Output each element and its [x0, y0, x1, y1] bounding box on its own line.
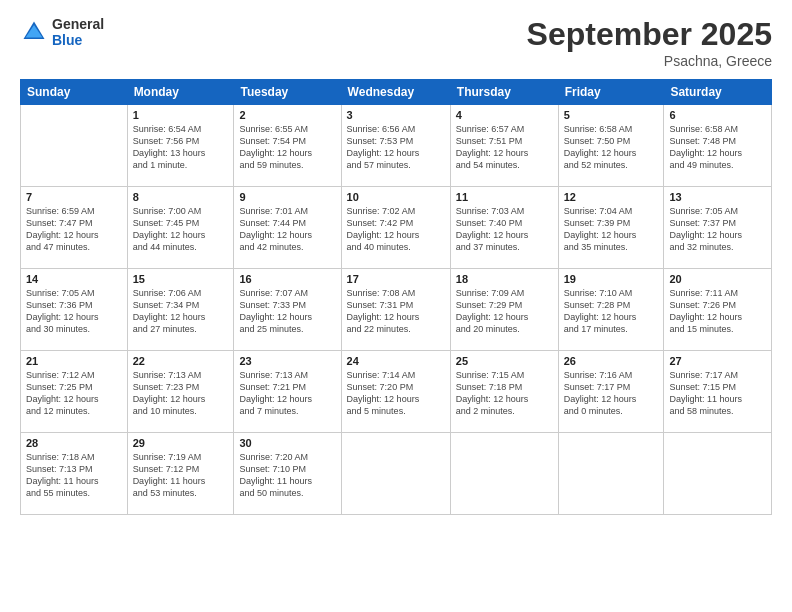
calendar-cell: 27Sunrise: 7:17 AM Sunset: 7:15 PM Dayli… — [664, 351, 772, 433]
cell-info: Sunrise: 7:20 AM Sunset: 7:10 PM Dayligh… — [239, 451, 335, 500]
calendar-cell — [664, 433, 772, 515]
day-number: 13 — [669, 191, 766, 203]
calendar-cell — [558, 433, 664, 515]
calendar-cell: 24Sunrise: 7:14 AM Sunset: 7:20 PM Dayli… — [341, 351, 450, 433]
cell-info: Sunrise: 7:15 AM Sunset: 7:18 PM Dayligh… — [456, 369, 553, 418]
cell-info: Sunrise: 7:00 AM Sunset: 7:45 PM Dayligh… — [133, 205, 229, 254]
calendar-cell: 4Sunrise: 6:57 AM Sunset: 7:51 PM Daylig… — [450, 105, 558, 187]
cell-info: Sunrise: 7:19 AM Sunset: 7:12 PM Dayligh… — [133, 451, 229, 500]
day-number: 10 — [347, 191, 445, 203]
weekday-header-thursday: Thursday — [450, 80, 558, 105]
calendar-cell: 15Sunrise: 7:06 AM Sunset: 7:34 PM Dayli… — [127, 269, 234, 351]
cell-info: Sunrise: 6:59 AM Sunset: 7:47 PM Dayligh… — [26, 205, 122, 254]
day-number: 8 — [133, 191, 229, 203]
cell-info: Sunrise: 6:57 AM Sunset: 7:51 PM Dayligh… — [456, 123, 553, 172]
day-number: 26 — [564, 355, 659, 367]
day-number: 28 — [26, 437, 122, 449]
calendar-cell: 19Sunrise: 7:10 AM Sunset: 7:28 PM Dayli… — [558, 269, 664, 351]
day-number: 30 — [239, 437, 335, 449]
day-number: 9 — [239, 191, 335, 203]
cell-info: Sunrise: 7:11 AM Sunset: 7:26 PM Dayligh… — [669, 287, 766, 336]
day-number: 27 — [669, 355, 766, 367]
calendar-cell: 1Sunrise: 6:54 AM Sunset: 7:56 PM Daylig… — [127, 105, 234, 187]
cell-info: Sunrise: 7:12 AM Sunset: 7:25 PM Dayligh… — [26, 369, 122, 418]
logo-icon — [20, 18, 48, 46]
cell-info: Sunrise: 7:02 AM Sunset: 7:42 PM Dayligh… — [347, 205, 445, 254]
calendar-cell: 11Sunrise: 7:03 AM Sunset: 7:40 PM Dayli… — [450, 187, 558, 269]
calendar-cell: 28Sunrise: 7:18 AM Sunset: 7:13 PM Dayli… — [21, 433, 128, 515]
day-number: 4 — [456, 109, 553, 121]
cell-info: Sunrise: 6:55 AM Sunset: 7:54 PM Dayligh… — [239, 123, 335, 172]
calendar-cell: 16Sunrise: 7:07 AM Sunset: 7:33 PM Dayli… — [234, 269, 341, 351]
cell-info: Sunrise: 6:58 AM Sunset: 7:48 PM Dayligh… — [669, 123, 766, 172]
calendar-cell: 14Sunrise: 7:05 AM Sunset: 7:36 PM Dayli… — [21, 269, 128, 351]
cell-info: Sunrise: 7:05 AM Sunset: 7:37 PM Dayligh… — [669, 205, 766, 254]
week-row-1: 7Sunrise: 6:59 AM Sunset: 7:47 PM Daylig… — [21, 187, 772, 269]
calendar-table: SundayMondayTuesdayWednesdayThursdayFrid… — [20, 79, 772, 515]
day-number: 1 — [133, 109, 229, 121]
logo-text: General Blue — [52, 16, 104, 48]
cell-info: Sunrise: 7:07 AM Sunset: 7:33 PM Dayligh… — [239, 287, 335, 336]
cell-info: Sunrise: 7:09 AM Sunset: 7:29 PM Dayligh… — [456, 287, 553, 336]
day-number: 24 — [347, 355, 445, 367]
day-number: 18 — [456, 273, 553, 285]
day-number: 21 — [26, 355, 122, 367]
cell-info: Sunrise: 7:14 AM Sunset: 7:20 PM Dayligh… — [347, 369, 445, 418]
cell-info: Sunrise: 6:54 AM Sunset: 7:56 PM Dayligh… — [133, 123, 229, 172]
calendar-cell: 23Sunrise: 7:13 AM Sunset: 7:21 PM Dayli… — [234, 351, 341, 433]
location: Psachna, Greece — [527, 53, 772, 69]
calendar-cell: 17Sunrise: 7:08 AM Sunset: 7:31 PM Dayli… — [341, 269, 450, 351]
day-number: 22 — [133, 355, 229, 367]
day-number: 5 — [564, 109, 659, 121]
cell-info: Sunrise: 7:06 AM Sunset: 7:34 PM Dayligh… — [133, 287, 229, 336]
cell-info: Sunrise: 7:16 AM Sunset: 7:17 PM Dayligh… — [564, 369, 659, 418]
day-number: 6 — [669, 109, 766, 121]
calendar-cell: 20Sunrise: 7:11 AM Sunset: 7:26 PM Dayli… — [664, 269, 772, 351]
calendar-cell: 2Sunrise: 6:55 AM Sunset: 7:54 PM Daylig… — [234, 105, 341, 187]
cell-info: Sunrise: 7:13 AM Sunset: 7:21 PM Dayligh… — [239, 369, 335, 418]
day-number: 14 — [26, 273, 122, 285]
cell-info: Sunrise: 6:58 AM Sunset: 7:50 PM Dayligh… — [564, 123, 659, 172]
cell-info: Sunrise: 6:56 AM Sunset: 7:53 PM Dayligh… — [347, 123, 445, 172]
month-title: September 2025 — [527, 16, 772, 53]
day-number: 25 — [456, 355, 553, 367]
day-number: 17 — [347, 273, 445, 285]
cell-info: Sunrise: 7:18 AM Sunset: 7:13 PM Dayligh… — [26, 451, 122, 500]
weekday-header-row: SundayMondayTuesdayWednesdayThursdayFrid… — [21, 80, 772, 105]
logo: General Blue — [20, 16, 104, 48]
day-number: 2 — [239, 109, 335, 121]
cell-info: Sunrise: 7:01 AM Sunset: 7:44 PM Dayligh… — [239, 205, 335, 254]
calendar-cell: 10Sunrise: 7:02 AM Sunset: 7:42 PM Dayli… — [341, 187, 450, 269]
cell-info: Sunrise: 7:04 AM Sunset: 7:39 PM Dayligh… — [564, 205, 659, 254]
day-number: 12 — [564, 191, 659, 203]
cell-info: Sunrise: 7:05 AM Sunset: 7:36 PM Dayligh… — [26, 287, 122, 336]
cell-info: Sunrise: 7:03 AM Sunset: 7:40 PM Dayligh… — [456, 205, 553, 254]
day-number: 3 — [347, 109, 445, 121]
calendar-cell: 9Sunrise: 7:01 AM Sunset: 7:44 PM Daylig… — [234, 187, 341, 269]
calendar-cell: 7Sunrise: 6:59 AM Sunset: 7:47 PM Daylig… — [21, 187, 128, 269]
week-row-2: 14Sunrise: 7:05 AM Sunset: 7:36 PM Dayli… — [21, 269, 772, 351]
weekday-header-wednesday: Wednesday — [341, 80, 450, 105]
week-row-0: 1Sunrise: 6:54 AM Sunset: 7:56 PM Daylig… — [21, 105, 772, 187]
calendar-cell: 6Sunrise: 6:58 AM Sunset: 7:48 PM Daylig… — [664, 105, 772, 187]
weekday-header-monday: Monday — [127, 80, 234, 105]
day-number: 16 — [239, 273, 335, 285]
calendar-cell: 18Sunrise: 7:09 AM Sunset: 7:29 PM Dayli… — [450, 269, 558, 351]
calendar-cell: 22Sunrise: 7:13 AM Sunset: 7:23 PM Dayli… — [127, 351, 234, 433]
weekday-header-tuesday: Tuesday — [234, 80, 341, 105]
cell-info: Sunrise: 7:17 AM Sunset: 7:15 PM Dayligh… — [669, 369, 766, 418]
calendar-cell: 21Sunrise: 7:12 AM Sunset: 7:25 PM Dayli… — [21, 351, 128, 433]
calendar-cell: 26Sunrise: 7:16 AM Sunset: 7:17 PM Dayli… — [558, 351, 664, 433]
day-number: 7 — [26, 191, 122, 203]
cell-info: Sunrise: 7:10 AM Sunset: 7:28 PM Dayligh… — [564, 287, 659, 336]
calendar-cell: 8Sunrise: 7:00 AM Sunset: 7:45 PM Daylig… — [127, 187, 234, 269]
day-number: 20 — [669, 273, 766, 285]
cell-info: Sunrise: 7:08 AM Sunset: 7:31 PM Dayligh… — [347, 287, 445, 336]
header: General Blue September 2025 Psachna, Gre… — [20, 16, 772, 69]
calendar-cell: 12Sunrise: 7:04 AM Sunset: 7:39 PM Dayli… — [558, 187, 664, 269]
title-block: September 2025 Psachna, Greece — [527, 16, 772, 69]
calendar-cell: 3Sunrise: 6:56 AM Sunset: 7:53 PM Daylig… — [341, 105, 450, 187]
week-row-4: 28Sunrise: 7:18 AM Sunset: 7:13 PM Dayli… — [21, 433, 772, 515]
calendar-cell: 13Sunrise: 7:05 AM Sunset: 7:37 PM Dayli… — [664, 187, 772, 269]
day-number: 23 — [239, 355, 335, 367]
